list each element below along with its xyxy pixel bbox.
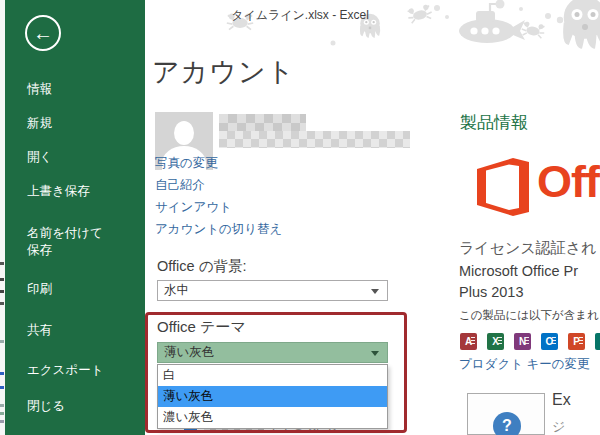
excel-app-icon: X <box>487 333 504 350</box>
back-arrow-icon: ← <box>33 23 53 43</box>
about-excel-button[interactable]: ? <box>467 393 545 435</box>
switch-account-link[interactable]: アカウントの切り替え <box>155 221 282 238</box>
sidebar-item-close[interactable]: 閉じる <box>27 398 65 415</box>
about-me-link[interactable]: 自己紹介 <box>155 177 205 194</box>
theme-option-white[interactable]: 白 <box>158 365 387 386</box>
product-name-line1: Microsoft Office Pr <box>459 263 578 279</box>
office-wordmark: Off <box>537 156 599 208</box>
sidebar-item-open[interactable]: 開く <box>27 149 52 166</box>
person-silhouette-icon <box>174 121 194 145</box>
office-logo-icon <box>473 156 533 217</box>
sign-out-link[interactable]: サインアウト <box>155 199 232 216</box>
chevron-down-icon <box>371 351 379 356</box>
excel-backstage-account-page: タイムライン.xlsx - Excel ← 情報 新規 開く 上書き保存 名前を… <box>0 0 600 435</box>
sidebar-item-save[interactable]: 上書き保存 <box>27 183 90 200</box>
office-theme-dropdown-list: 白 薄い灰色 濃い灰色 <box>157 364 388 429</box>
sidebar-item-share[interactable]: 共有 <box>27 322 52 339</box>
office-theme-select[interactable]: 薄い灰色 <box>157 342 388 363</box>
access-app-icon: A <box>460 333 477 350</box>
license-status-text: ライセンス認証され <box>459 239 596 258</box>
product-info-heading: 製品情報 <box>460 111 528 134</box>
product-name-line2: Plus 2013 <box>459 284 524 300</box>
user-name-redacted <box>219 114 306 131</box>
backstage-sidebar: ← 情報 新規 開く 上書き保存 名前を付けて保存 印刷 共有 エクスポート 閉… <box>5 0 145 435</box>
chevron-down-icon <box>371 289 379 294</box>
includes-text: この製品には以下が含まれま <box>459 308 600 323</box>
sidebar-item-new[interactable]: 新規 <box>27 115 52 132</box>
page-title: アカウント <box>152 54 295 90</box>
user-email-redacted <box>219 131 410 148</box>
publisher-app-icon: P <box>595 333 600 350</box>
onenote-app-icon: N <box>514 333 531 350</box>
powerpoint-app-icon: P <box>568 333 585 350</box>
theme-option-dark-gray[interactable]: 濃い灰色 <box>158 407 387 428</box>
office-background-select[interactable]: 水中 <box>157 280 388 301</box>
sidebar-item-info[interactable]: 情報 <box>27 81 52 98</box>
about-excel-subtext: ジ <box>552 418 565 435</box>
about-excel-text: Ex <box>552 391 571 409</box>
included-apps-row: A X N O P P <box>460 333 600 350</box>
sidebar-item-save-as[interactable]: 名前を付けて保存 <box>27 225 115 259</box>
worksheet-edge-sliver <box>0 0 5 435</box>
change-product-key-link[interactable]: プロダクト キーの変更 <box>459 356 590 373</box>
back-button[interactable]: ← <box>25 15 61 51</box>
sidebar-item-export[interactable]: エクスポート <box>27 362 103 379</box>
office-theme-label: Office テーマ <box>157 318 246 337</box>
change-photo-link[interactable]: 写真の変更 <box>155 155 218 172</box>
sidebar-item-print[interactable]: 印刷 <box>27 281 52 298</box>
office-background-label: Office の背景: <box>157 257 247 276</box>
theme-option-light-gray[interactable]: 薄い灰色 <box>158 386 387 407</box>
question-icon: ? <box>493 412 521 435</box>
outlook-app-icon: O <box>541 333 558 350</box>
